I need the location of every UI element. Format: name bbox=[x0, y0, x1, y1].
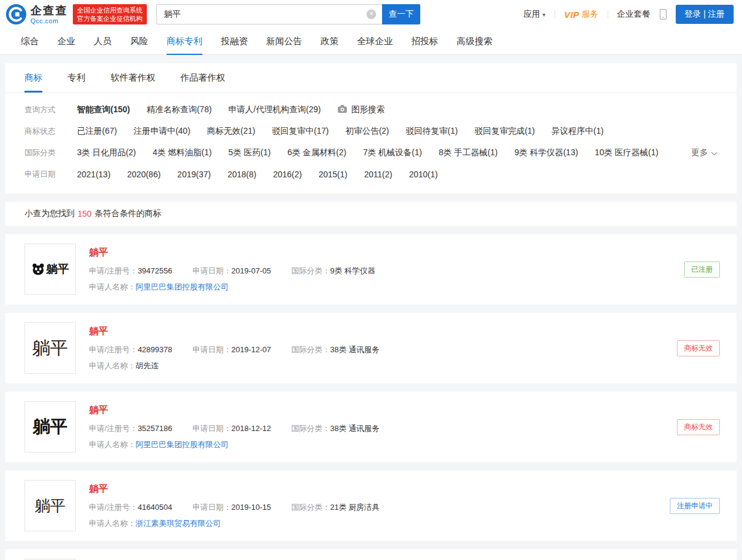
filter-option-year-2021[interactable]: 2021(13) bbox=[77, 170, 110, 179]
filter-option-year-2019[interactable]: 2019(37) bbox=[177, 170, 211, 179]
filter-row-apply-date: 申请日期 2021(13) 2020(86) 2019(37) 2018(8) … bbox=[24, 164, 718, 185]
filter-option-class-4[interactable]: 4类 燃料油脂(1) bbox=[153, 147, 212, 158]
subtab-patent[interactable]: 专利 bbox=[67, 63, 85, 93]
applicant-field: 申请人名称：阿里巴巴集团控股有限公司 bbox=[89, 439, 229, 450]
filter-option-year-2015[interactable]: 2015(1) bbox=[319, 170, 347, 179]
nav-item-general[interactable]: 综合 bbox=[21, 29, 39, 55]
status-badge: 注册申请中 bbox=[670, 498, 720, 514]
trademark-name[interactable]: 躺平 bbox=[89, 247, 675, 259]
nav-item-policy[interactable]: 政策 bbox=[321, 29, 338, 55]
apps-menu[interactable]: 应用 ▾ bbox=[524, 9, 546, 20]
filter-option-applying[interactable]: 注册申请中(40) bbox=[134, 126, 190, 137]
applicant-link[interactable]: 浙江素美琪贸易有限公司 bbox=[136, 519, 221, 528]
subtab-works-copyright[interactable]: 作品著作权 bbox=[180, 63, 225, 93]
enterprise-package[interactable]: 企业套餐 bbox=[617, 9, 651, 20]
nav-item-bidding[interactable]: 招投标 bbox=[411, 29, 438, 55]
nav-item-company[interactable]: 企业 bbox=[57, 29, 75, 55]
clear-icon[interactable]: × bbox=[367, 10, 376, 19]
subtab-trademark[interactable]: 商标 bbox=[24, 63, 42, 93]
camera-icon bbox=[337, 104, 347, 115]
filter-rows: 查询方式 智能查询(150) 精准名称查询(78) 申请人/代理机构查询(29)… bbox=[5, 93, 737, 193]
intl-class-field: 国际分类：38类 通讯服务 bbox=[291, 423, 380, 434]
nav-item-news[interactable]: 新闻公告 bbox=[266, 29, 302, 55]
nav-item-risk[interactable]: 风险 bbox=[130, 29, 148, 55]
panda-logo-icon bbox=[32, 263, 45, 275]
filter-row-trademark-status: 商标状态 已注册(67) 注册申请中(40) 商标无效(21) 驳回复审中(17… bbox=[24, 121, 718, 142]
filter-option-class-8[interactable]: 8类 手工器械(1) bbox=[439, 147, 498, 158]
reg-no-field: 申请/注册号：35257186 bbox=[89, 423, 172, 434]
nav-item-people[interactable]: 人员 bbox=[94, 29, 112, 55]
filter-option-applicant-agency[interactable]: 申请人/代理机构查询(29) bbox=[229, 104, 321, 115]
more-button[interactable]: 更多 bbox=[691, 147, 718, 158]
vip-icon: VIP bbox=[564, 10, 580, 20]
applicant-field: 申请人名称：阿里巴巴集团控股有限公司 bbox=[89, 282, 229, 293]
filter-label: 申请日期 bbox=[24, 169, 77, 180]
filter-option-class-10[interactable]: 10类 医疗器械(1) bbox=[595, 147, 658, 158]
filter-option-class-6[interactable]: 6类 金属材料(2) bbox=[287, 147, 346, 158]
search-input[interactable] bbox=[156, 4, 382, 24]
login-register-button[interactable]: 登录 | 注册 bbox=[676, 5, 734, 24]
filter-option-review-complete[interactable]: 驳回复审完成(1) bbox=[475, 126, 535, 137]
filter-option-exact-name[interactable]: 精准名称查询(78) bbox=[147, 104, 212, 115]
filter-option-class-3[interactable]: 3类 日化用品(2) bbox=[77, 147, 136, 158]
vip-label: 服务 bbox=[582, 9, 599, 20]
apps-label: 应用 bbox=[524, 9, 540, 20]
filter-option-year-2018[interactable]: 2018(8) bbox=[227, 170, 256, 179]
trademark-image[interactable]: 躺平 bbox=[24, 322, 76, 374]
filter-label: 国际分类 bbox=[24, 147, 77, 158]
applicant-link[interactable]: 阿里巴巴集团控股有限公司 bbox=[136, 440, 229, 449]
filter-option-class-7[interactable]: 7类 机械设备(1) bbox=[363, 147, 422, 158]
qcc-logo[interactable]: 企查查 Qcc.com bbox=[6, 4, 68, 24]
trademark-name[interactable]: 躺平 bbox=[89, 404, 667, 417]
subtab-software-copyright[interactable]: 软件著作权 bbox=[110, 63, 155, 93]
trademark-image[interactable]: 躺平 bbox=[24, 244, 76, 295]
summary-suffix: 条符合条件的商标 bbox=[94, 208, 161, 219]
filter-option-objection[interactable]: 异议程序中(1) bbox=[552, 126, 604, 137]
filter-option-year-2016[interactable]: 2016(2) bbox=[273, 170, 301, 179]
nav-item-global-company[interactable]: 全球企业 bbox=[357, 29, 393, 55]
result-content: 躺平 申请/注册号：35257186 申请日期：2018-12-12 国际分类：… bbox=[89, 404, 667, 450]
filter-option-year-2011[interactable]: 2011(2) bbox=[364, 170, 392, 179]
applicant-link[interactable]: 阿里巴巴集团控股有限公司 bbox=[136, 282, 229, 291]
filter-option-class-9[interactable]: 9类 科学仪器(13) bbox=[515, 147, 578, 158]
summary-prefix: 小查为您找到 bbox=[24, 208, 75, 219]
filter-label: 查询方式 bbox=[24, 104, 77, 115]
filter-option-pending-review[interactable]: 驳回待复审(1) bbox=[406, 126, 458, 137]
apply-date-field: 申请日期：2019-10-15 bbox=[192, 502, 271, 513]
filter-option-year-2010[interactable]: 2010(1) bbox=[409, 170, 438, 179]
filter-option-invalid[interactable]: 商标无效(21) bbox=[207, 126, 255, 137]
nav-item-advanced-search[interactable]: 高级搜索 bbox=[457, 29, 492, 55]
search-group: × 查一下 bbox=[156, 4, 420, 24]
trademark-image[interactable]: 躺平 bbox=[24, 401, 76, 453]
vip-services[interactable]: VIP 服务 bbox=[564, 9, 599, 20]
filter-option-preliminary-notice[interactable]: 初审公告(2) bbox=[346, 126, 389, 137]
apply-date-field: 申请日期：2018-12-12 bbox=[192, 423, 271, 434]
badge-line-2: 官方备案企业征信机构 bbox=[77, 14, 143, 23]
more-label: 更多 bbox=[691, 147, 708, 158]
header-right-menu: 应用 ▾ VIP 服务 企业套餐 登录 | 注册 bbox=[524, 5, 736, 24]
nav-item-trademark-patent[interactable]: 商标专利 bbox=[167, 29, 202, 55]
filter-option-year-2020[interactable]: 2020(86) bbox=[127, 170, 161, 179]
trademark-image-text: 躺平 bbox=[35, 496, 66, 516]
filter-option-registered[interactable]: 已注册(67) bbox=[77, 126, 117, 137]
filter-card: 商标 专利 软件著作权 作品著作权 查询方式 智能查询(150) 精准名称查询(… bbox=[5, 63, 737, 193]
trademark-name[interactable]: 躺平 bbox=[89, 483, 660, 496]
trademark-name[interactable]: 躺平 bbox=[89, 325, 667, 338]
filter-option-class-5[interactable]: 5类 医药(1) bbox=[229, 147, 271, 158]
trademark-result-item: 躺平 躺平 申请/注册号：41640504 申请日期：2019-10-15 国际… bbox=[5, 470, 737, 541]
filter-option-rejection-review[interactable]: 驳回复审中(17) bbox=[272, 126, 329, 137]
mobile-phone-icon[interactable] bbox=[660, 9, 667, 20]
divider bbox=[555, 10, 555, 19]
filter-row-query-method: 查询方式 智能查询(150) 精准名称查询(78) 申请人/代理机构查询(29)… bbox=[24, 99, 718, 121]
image-search-option[interactable]: 图形搜索 bbox=[337, 104, 384, 115]
status-badge: 商标无效 bbox=[677, 419, 720, 435]
intl-class-field: 国际分类：9类 科学仪器 bbox=[291, 266, 375, 276]
filter-option-smart-query[interactable]: 智能查询(150) bbox=[77, 104, 130, 115]
trademark-result-item: 躺平 躺平 申请/注册号：39472556 申请日期：2019-07-05 国际… bbox=[5, 234, 737, 304]
logo-name: 企查查 bbox=[30, 5, 68, 16]
applicant-field: 申请人名称：浙江素美琪贸易有限公司 bbox=[89, 518, 221, 529]
trademark-image[interactable]: 躺平 bbox=[24, 480, 76, 531]
nav-item-investment[interactable]: 投融资 bbox=[221, 29, 248, 55]
divider bbox=[608, 10, 608, 19]
search-button[interactable]: 查一下 bbox=[382, 4, 420, 24]
